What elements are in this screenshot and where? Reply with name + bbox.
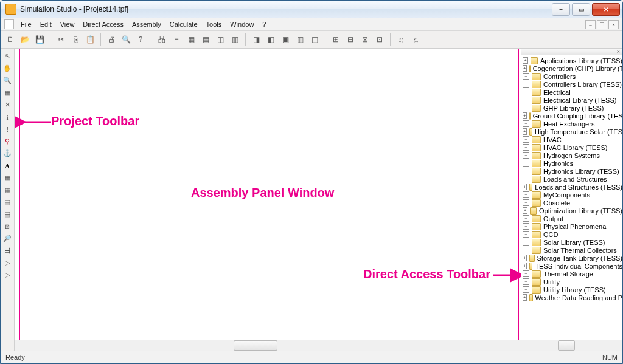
tree-item[interactable]: +Obsolete [521, 199, 622, 207]
scroll-thumb[interactable] [558, 340, 575, 351]
d4-icon[interactable]: ▤ [2, 209, 13, 219]
expand-icon[interactable]: + [523, 247, 529, 253]
text-icon[interactable]: A [2, 160, 13, 171]
tree-item[interactable]: +QCD [521, 230, 622, 238]
menu-direct-access[interactable]: Direct Access [78, 19, 128, 29]
c2-icon[interactable]: ⎌ [409, 33, 422, 46]
menu-tools[interactable]: Tools [202, 19, 226, 29]
align6-icon[interactable]: ▥ [294, 33, 306, 46]
d1-icon[interactable]: ▦ [2, 173, 13, 183]
expand-icon[interactable]: + [523, 89, 529, 95]
key-icon[interactable]: ⚲ [2, 136, 13, 146]
mdi-minimize[interactable]: – [585, 20, 596, 29]
d3-icon[interactable]: ▤ [2, 197, 13, 207]
tree-item[interactable]: +Utility Library (TESS) [521, 286, 622, 294]
expand-icon[interactable]: + [523, 191, 529, 198]
zoom-icon[interactable]: 🔍 [2, 75, 13, 86]
expand-icon[interactable]: + [523, 81, 529, 88]
tree-item[interactable]: +Controllers [521, 72, 622, 80]
align5-icon[interactable]: ▣ [279, 33, 291, 46]
expand-icon[interactable]: + [523, 239, 529, 246]
expand-icon[interactable]: + [523, 168, 529, 174]
expand-icon[interactable]: + [523, 286, 529, 293]
expand-icon[interactable]: + [523, 231, 529, 238]
grid-icon[interactable]: ▦ [185, 33, 197, 46]
tree-item[interactable]: +HVAC [521, 136, 622, 143]
scroll-thumb[interactable] [234, 340, 277, 351]
menu-window[interactable]: Window [226, 19, 258, 29]
paste-icon[interactable]: 📋 [84, 33, 96, 46]
expand-icon[interactable]: + [523, 294, 527, 301]
close-button[interactable]: ✕ [592, 3, 620, 16]
tree-item[interactable]: +Solar Thermal Collectors [521, 246, 622, 254]
tree-item[interactable]: +Cogeneration (CHP) Library (T [521, 64, 622, 72]
expand-icon[interactable]: + [523, 105, 529, 111]
tree-item[interactable]: +Storage Tank Library (TESS) [521, 254, 622, 262]
tree-item[interactable]: +High Temperature Solar (TES [521, 128, 622, 136]
cut-icon[interactable]: ✂ [55, 33, 67, 46]
tree-item[interactable]: +Ground Coupling Library (TES [521, 112, 622, 120]
hand-icon[interactable]: ✋ [2, 63, 13, 74]
info-icon[interactable]: i [2, 112, 13, 122]
mdi-close[interactable]: × [608, 20, 619, 29]
tree-item[interactable]: +GHP Library (TESS) [521, 104, 622, 112]
align1-icon[interactable]: ◫ [214, 33, 226, 46]
expand-icon[interactable]: + [523, 120, 529, 127]
walk-icon[interactable]: ⇶ [2, 246, 13, 256]
tree-item[interactable]: +Loads and Structures [521, 175, 622, 183]
tree-item[interactable]: +Heat Exchangers [521, 120, 622, 128]
mdi-restore[interactable]: ❐ [597, 20, 607, 29]
expand-icon[interactable]: + [523, 152, 529, 159]
b1-icon[interactable]: ⊞ [330, 33, 342, 46]
open-icon[interactable]: 📂 [19, 33, 31, 46]
anchor-icon[interactable]: ⚓ [2, 148, 13, 159]
side-horizontal-scrollbar[interactable] [521, 340, 622, 351]
menu-assembly[interactable]: Assembly [128, 19, 165, 29]
expand-icon[interactable]: + [523, 160, 529, 167]
run-icon[interactable]: ▷ [2, 270, 13, 280]
copy-icon[interactable]: ⎘ [69, 33, 82, 46]
expand-icon[interactable]: + [523, 176, 529, 182]
tree-icon[interactable]: 品 [156, 33, 168, 46]
expand-icon[interactable]: + [523, 73, 529, 80]
expand-icon[interactable]: + [523, 184, 527, 190]
expand-icon[interactable]: + [523, 136, 529, 143]
ruler-icon[interactable]: ▤ [200, 33, 212, 46]
expand-icon[interactable]: + [523, 223, 529, 230]
tree-item[interactable]: +Physical Phenomena [521, 222, 622, 230]
tree-item[interactable]: +Hydrogen Systems [521, 151, 622, 159]
b3-icon[interactable]: ⊠ [359, 33, 371, 46]
grid-tool-icon[interactable]: ▦ [2, 88, 13, 98]
warn-icon[interactable]: ! [2, 124, 13, 134]
expand-icon[interactable]: + [523, 255, 527, 261]
tree-item[interactable]: +TESS Individual Components [521, 262, 622, 270]
menu-calculate[interactable]: Calculate [165, 19, 202, 29]
minimize-button[interactable]: – [552, 3, 570, 16]
menu-help[interactable]: ? [258, 19, 270, 29]
tree-item[interactable]: +Loads and Structures (TESS) [521, 183, 622, 191]
doc-tool-icon[interactable]: 🗎 [2, 221, 13, 232]
select-icon[interactable]: ↖ [2, 51, 13, 61]
expand-icon[interactable]: + [523, 57, 528, 64]
tree-item[interactable]: +Solar Library (TESS) [521, 238, 622, 246]
align7-icon[interactable]: ◫ [308, 33, 321, 46]
expand-icon[interactable]: + [523, 97, 529, 103]
tree-item[interactable]: +Applications Library (TESS) [521, 57, 622, 64]
delete-icon[interactable]: ✕ [2, 100, 13, 110]
align4-icon[interactable]: ◧ [265, 33, 277, 46]
save-icon[interactable]: 💾 [33, 33, 46, 46]
search-tool-icon[interactable]: 🔎 [2, 233, 13, 244]
expand-icon[interactable]: + [523, 199, 529, 206]
horizontal-scrollbar[interactable] [15, 340, 521, 351]
expand-icon[interactable]: + [523, 207, 527, 214]
c1-icon[interactable]: ⎌ [395, 33, 407, 46]
expand-icon[interactable]: + [523, 270, 529, 277]
tree-item[interactable]: +Electrical Library (TESS) [521, 96, 622, 104]
align2-icon[interactable]: ▥ [229, 33, 241, 46]
help-icon[interactable]: ? [134, 33, 147, 46]
library-tree[interactable]: +Applications Library (TESS)+Cogeneratio… [521, 55, 622, 340]
d2-icon[interactable]: ▦ [2, 185, 13, 195]
tree-item[interactable]: +Hydronics [521, 159, 622, 167]
b2-icon[interactable]: ⊟ [344, 33, 357, 46]
expand-icon[interactable]: + [523, 215, 529, 222]
